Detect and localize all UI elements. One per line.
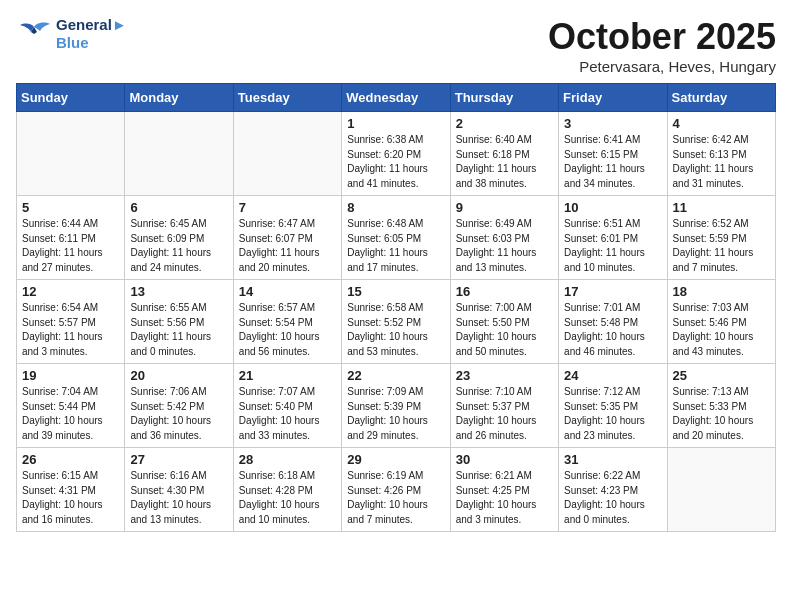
calendar-cell: 24Sunrise: 7:12 AM Sunset: 5:35 PM Dayli… xyxy=(559,364,667,448)
calendar-cell: 18Sunrise: 7:03 AM Sunset: 5:46 PM Dayli… xyxy=(667,280,775,364)
calendar-cell: 5Sunrise: 6:44 AM Sunset: 6:11 PM Daylig… xyxy=(17,196,125,280)
day-number: 8 xyxy=(347,200,444,215)
day-number: 26 xyxy=(22,452,119,467)
calendar-cell: 3Sunrise: 6:41 AM Sunset: 6:15 PM Daylig… xyxy=(559,112,667,196)
calendar-week-3: 12Sunrise: 6:54 AM Sunset: 5:57 PM Dayli… xyxy=(17,280,776,364)
day-info: Sunrise: 7:07 AM Sunset: 5:40 PM Dayligh… xyxy=(239,385,336,443)
calendar-cell: 17Sunrise: 7:01 AM Sunset: 5:48 PM Dayli… xyxy=(559,280,667,364)
calendar-cell: 27Sunrise: 6:16 AM Sunset: 4:30 PM Dayli… xyxy=(125,448,233,532)
day-number: 20 xyxy=(130,368,227,383)
day-info: Sunrise: 6:52 AM Sunset: 5:59 PM Dayligh… xyxy=(673,217,770,275)
calendar-cell: 7Sunrise: 6:47 AM Sunset: 6:07 PM Daylig… xyxy=(233,196,341,280)
calendar-cell xyxy=(233,112,341,196)
calendar-cell: 22Sunrise: 7:09 AM Sunset: 5:39 PM Dayli… xyxy=(342,364,450,448)
day-number: 17 xyxy=(564,284,661,299)
weekday-header-wednesday: Wednesday xyxy=(342,84,450,112)
calendar-cell: 21Sunrise: 7:07 AM Sunset: 5:40 PM Dayli… xyxy=(233,364,341,448)
page-header: General► Blue October 2025 Petervasara, … xyxy=(16,16,776,75)
day-info: Sunrise: 6:41 AM Sunset: 6:15 PM Dayligh… xyxy=(564,133,661,191)
day-number: 15 xyxy=(347,284,444,299)
day-info: Sunrise: 6:16 AM Sunset: 4:30 PM Dayligh… xyxy=(130,469,227,527)
calendar-cell: 25Sunrise: 7:13 AM Sunset: 5:33 PM Dayli… xyxy=(667,364,775,448)
day-number: 4 xyxy=(673,116,770,131)
calendar-cell: 6Sunrise: 6:45 AM Sunset: 6:09 PM Daylig… xyxy=(125,196,233,280)
day-info: Sunrise: 7:10 AM Sunset: 5:37 PM Dayligh… xyxy=(456,385,553,443)
weekday-header-thursday: Thursday xyxy=(450,84,558,112)
day-number: 27 xyxy=(130,452,227,467)
day-number: 11 xyxy=(673,200,770,215)
day-info: Sunrise: 6:22 AM Sunset: 4:23 PM Dayligh… xyxy=(564,469,661,527)
weekday-header-friday: Friday xyxy=(559,84,667,112)
day-info: Sunrise: 6:55 AM Sunset: 5:56 PM Dayligh… xyxy=(130,301,227,359)
calendar-cell: 8Sunrise: 6:48 AM Sunset: 6:05 PM Daylig… xyxy=(342,196,450,280)
day-number: 28 xyxy=(239,452,336,467)
month-title: October 2025 xyxy=(548,16,776,58)
calendar-table: SundayMondayTuesdayWednesdayThursdayFrid… xyxy=(16,83,776,532)
day-info: Sunrise: 6:48 AM Sunset: 6:05 PM Dayligh… xyxy=(347,217,444,275)
calendar-cell: 1Sunrise: 6:38 AM Sunset: 6:20 PM Daylig… xyxy=(342,112,450,196)
calendar-cell: 23Sunrise: 7:10 AM Sunset: 5:37 PM Dayli… xyxy=(450,364,558,448)
day-number: 22 xyxy=(347,368,444,383)
calendar-cell xyxy=(17,112,125,196)
day-info: Sunrise: 7:06 AM Sunset: 5:42 PM Dayligh… xyxy=(130,385,227,443)
calendar-week-5: 26Sunrise: 6:15 AM Sunset: 4:31 PM Dayli… xyxy=(17,448,776,532)
calendar-week-4: 19Sunrise: 7:04 AM Sunset: 5:44 PM Dayli… xyxy=(17,364,776,448)
day-number: 18 xyxy=(673,284,770,299)
day-number: 29 xyxy=(347,452,444,467)
day-info: Sunrise: 6:21 AM Sunset: 4:25 PM Dayligh… xyxy=(456,469,553,527)
day-number: 13 xyxy=(130,284,227,299)
day-number: 14 xyxy=(239,284,336,299)
day-info: Sunrise: 6:58 AM Sunset: 5:52 PM Dayligh… xyxy=(347,301,444,359)
day-info: Sunrise: 7:12 AM Sunset: 5:35 PM Dayligh… xyxy=(564,385,661,443)
weekday-header-tuesday: Tuesday xyxy=(233,84,341,112)
calendar-cell: 10Sunrise: 6:51 AM Sunset: 6:01 PM Dayli… xyxy=(559,196,667,280)
day-info: Sunrise: 7:03 AM Sunset: 5:46 PM Dayligh… xyxy=(673,301,770,359)
calendar-cell xyxy=(125,112,233,196)
day-number: 7 xyxy=(239,200,336,215)
weekday-header-monday: Monday xyxy=(125,84,233,112)
calendar-cell: 16Sunrise: 7:00 AM Sunset: 5:50 PM Dayli… xyxy=(450,280,558,364)
day-number: 2 xyxy=(456,116,553,131)
calendar-cell: 15Sunrise: 6:58 AM Sunset: 5:52 PM Dayli… xyxy=(342,280,450,364)
day-info: Sunrise: 6:45 AM Sunset: 6:09 PM Dayligh… xyxy=(130,217,227,275)
day-number: 1 xyxy=(347,116,444,131)
calendar-cell: 31Sunrise: 6:22 AM Sunset: 4:23 PM Dayli… xyxy=(559,448,667,532)
day-info: Sunrise: 6:40 AM Sunset: 6:18 PM Dayligh… xyxy=(456,133,553,191)
calendar-title-block: October 2025 Petervasara, Heves, Hungary xyxy=(548,16,776,75)
calendar-cell: 28Sunrise: 6:18 AM Sunset: 4:28 PM Dayli… xyxy=(233,448,341,532)
day-number: 25 xyxy=(673,368,770,383)
calendar-cell: 2Sunrise: 6:40 AM Sunset: 6:18 PM Daylig… xyxy=(450,112,558,196)
calendar-cell: 14Sunrise: 6:57 AM Sunset: 5:54 PM Dayli… xyxy=(233,280,341,364)
day-info: Sunrise: 7:00 AM Sunset: 5:50 PM Dayligh… xyxy=(456,301,553,359)
calendar-cell: 30Sunrise: 6:21 AM Sunset: 4:25 PM Dayli… xyxy=(450,448,558,532)
logo-icon xyxy=(16,19,52,49)
day-number: 6 xyxy=(130,200,227,215)
logo: General► Blue xyxy=(16,16,127,52)
calendar-week-1: 1Sunrise: 6:38 AM Sunset: 6:20 PM Daylig… xyxy=(17,112,776,196)
day-info: Sunrise: 6:57 AM Sunset: 5:54 PM Dayligh… xyxy=(239,301,336,359)
day-number: 19 xyxy=(22,368,119,383)
day-info: Sunrise: 6:42 AM Sunset: 6:13 PM Dayligh… xyxy=(673,133,770,191)
calendar-cell: 11Sunrise: 6:52 AM Sunset: 5:59 PM Dayli… xyxy=(667,196,775,280)
day-number: 3 xyxy=(564,116,661,131)
day-number: 10 xyxy=(564,200,661,215)
calendar-cell: 26Sunrise: 6:15 AM Sunset: 4:31 PM Dayli… xyxy=(17,448,125,532)
day-info: Sunrise: 6:44 AM Sunset: 6:11 PM Dayligh… xyxy=(22,217,119,275)
day-number: 16 xyxy=(456,284,553,299)
day-number: 24 xyxy=(564,368,661,383)
day-info: Sunrise: 6:18 AM Sunset: 4:28 PM Dayligh… xyxy=(239,469,336,527)
calendar-cell xyxy=(667,448,775,532)
day-info: Sunrise: 7:01 AM Sunset: 5:48 PM Dayligh… xyxy=(564,301,661,359)
day-number: 5 xyxy=(22,200,119,215)
calendar-cell: 19Sunrise: 7:04 AM Sunset: 5:44 PM Dayli… xyxy=(17,364,125,448)
logo-text: General► Blue xyxy=(56,16,127,52)
day-info: Sunrise: 7:04 AM Sunset: 5:44 PM Dayligh… xyxy=(22,385,119,443)
day-number: 9 xyxy=(456,200,553,215)
calendar-cell: 9Sunrise: 6:49 AM Sunset: 6:03 PM Daylig… xyxy=(450,196,558,280)
day-info: Sunrise: 7:09 AM Sunset: 5:39 PM Dayligh… xyxy=(347,385,444,443)
day-info: Sunrise: 6:51 AM Sunset: 6:01 PM Dayligh… xyxy=(564,217,661,275)
day-info: Sunrise: 6:38 AM Sunset: 6:20 PM Dayligh… xyxy=(347,133,444,191)
day-number: 30 xyxy=(456,452,553,467)
day-number: 31 xyxy=(564,452,661,467)
day-number: 23 xyxy=(456,368,553,383)
